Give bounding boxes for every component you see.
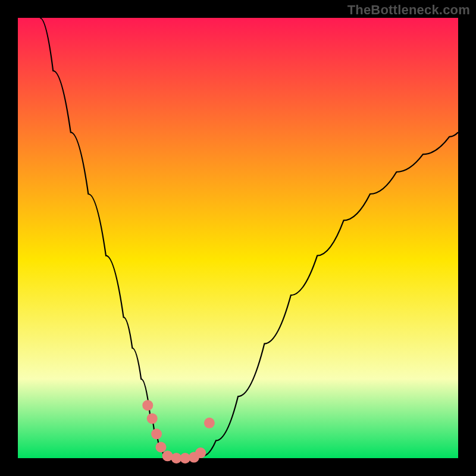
watermark-text: TheBottleneck.com bbox=[347, 2, 470, 18]
highlight-dot bbox=[204, 418, 215, 428]
highlight-dot bbox=[195, 447, 206, 458]
gradient-background bbox=[18, 18, 458, 458]
highlight-dot bbox=[142, 400, 153, 411]
highlight-dot bbox=[156, 442, 167, 453]
highlight-dot bbox=[147, 413, 158, 424]
chart-svg bbox=[0, 0, 476, 476]
chart-stage: TheBottleneck.com bbox=[0, 0, 476, 476]
highlight-dot bbox=[151, 428, 162, 439]
